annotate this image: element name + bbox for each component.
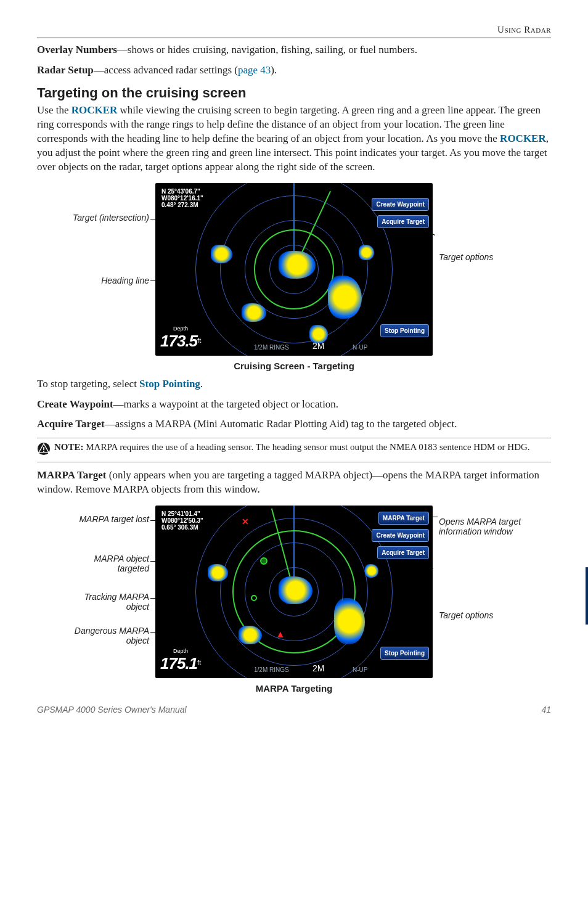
overlay-numbers-desc: Overlay Numbers—shows or hides cruising,… <box>37 43 551 57</box>
stop-pointing-button[interactable]: Stop Pointing <box>380 324 429 337</box>
radar-setup-text-a: —access advanced radar settings ( <box>94 64 238 76</box>
radar-echo <box>334 598 365 644</box>
page-number: 41 <box>541 705 551 715</box>
coords-readout: N 25°43'06.7" W080°12'16.1" 0.48° 272.3M <box>159 187 206 210</box>
warning-icon <box>37 442 54 458</box>
page-header: Using Radar <box>37 25 551 35</box>
acquire-target-button[interactable]: Acquire Target <box>377 546 429 559</box>
marpa-lost-marker: ✕ <box>242 517 249 527</box>
marpa-target-button[interactable]: MARPA Target <box>378 512 429 525</box>
depth-readout: Depth 175.1ft <box>160 648 201 673</box>
radar-setup-label: Radar Setup <box>37 64 94 76</box>
rings-label: 1/2M RINGS <box>254 344 289 351</box>
header-rule <box>37 38 551 38</box>
ann-marpa-targeted: MARPA object targeted <box>66 554 149 573</box>
radar-echo <box>328 276 362 319</box>
footer-title: GPSMAP 4000 Series Owner's Manual <box>37 705 187 715</box>
marpa-target-desc: MARPA Target (only appears when you are … <box>37 469 551 497</box>
radar-echo <box>208 564 228 581</box>
range-label: 2M <box>312 341 324 351</box>
ann-marpa-lost: MARPA target lost <box>66 514 149 524</box>
stop-targeting: To stop targeting, select Stop Pointing. <box>37 377 551 391</box>
ann-target-options2: Target options <box>439 610 525 620</box>
svg-rect-2 <box>43 451 44 452</box>
acquire-target-label: Acquire Target <box>37 418 105 430</box>
ann-target-intersection: Target (intersection) <box>66 213 149 223</box>
acquire-target-button[interactable]: Acquire Target <box>377 215 429 228</box>
cruising-radar-screen: N 25°43'06.7" W080°12'16.1" 0.48° 272.3M… <box>155 183 433 356</box>
create-waypoint-label: Create Waypoint <box>37 398 113 410</box>
page-link[interactable]: page 43 <box>238 64 271 76</box>
ann-marpa-dangerous: Dangerous MARPA object <box>66 626 149 645</box>
stop-pointing-button[interactable]: Stop Pointing <box>380 647 429 660</box>
create-waypoint-button[interactable]: Create Waypoint <box>372 198 429 211</box>
radar-echo <box>359 245 374 260</box>
note-label: NOTE: <box>54 442 84 452</box>
coords-readout: N 25°41'01.4" W080°12'50.3" 0.65° 306.3M <box>159 509 206 532</box>
ann-marpa-tracking: Tracking MARPA object <box>66 592 149 612</box>
radar-echo <box>211 245 232 263</box>
create-waypoint-button[interactable]: Create Waypoint <box>372 529 429 542</box>
range-label: 2M <box>312 663 324 673</box>
overlay-numbers-label: Overlay Numbers <box>37 44 117 55</box>
svg-rect-1 <box>43 448 44 451</box>
acquire-target-desc: Acquire Target—assigns a MARPA (Mini Aut… <box>37 417 551 432</box>
rings-label: 1/2M RINGS <box>254 666 289 673</box>
marpa-dangerous-marker: ▲ <box>276 629 285 640</box>
radar-echo <box>279 576 312 604</box>
marpa-radar-screen: ✕ ▲ N 25°41'01.4" W080°12'50.3" 0.65° 30… <box>155 506 433 678</box>
radar-setup-desc: Radar Setup—access advanced radar settin… <box>37 63 551 78</box>
nup-label: N-UP <box>353 666 367 673</box>
radar-echo <box>242 303 266 322</box>
fig1-caption: Cruising Screen - Targeting <box>37 361 551 371</box>
marpa-target-label: MARPA Target <box>37 469 107 481</box>
rocker-key-2: ROCKER <box>500 133 546 144</box>
stop-pointing-ref: Stop Pointing <box>139 378 200 390</box>
radar-echo <box>365 564 378 578</box>
page-footer: GPSMAP 4000 Series Owner's Manual 41 <box>37 705 551 715</box>
depth-readout: Depth 173.5ft <box>160 326 201 351</box>
radar-echo <box>239 626 262 644</box>
create-waypoint-desc: Create Waypoint—marks a waypoint at the … <box>37 398 551 412</box>
radar-echo <box>279 251 316 279</box>
fig2-caption: MARPA Targeting <box>37 683 551 694</box>
targeting-paragraph: Use the ROCKER while viewing the cruisin… <box>37 104 551 174</box>
radar-setup-text-b: ). <box>271 64 277 76</box>
nup-label: N-UP <box>353 344 367 351</box>
overlay-numbers-text: —shows or hides cruising, navigation, fi… <box>117 44 417 55</box>
targeting-heading: Targeting on the cruising screen <box>37 85 551 101</box>
ann-heading-line: Heading line <box>66 276 149 285</box>
section-tab: UsingRadar <box>586 567 588 624</box>
ann-target-options: Target options <box>439 252 519 262</box>
rocker-key-1: ROCKER <box>71 104 118 116</box>
note-block: NOTE: MARPA requires the use of a headin… <box>37 438 551 462</box>
ann-opens-marpa: Opens MARPA target information window <box>439 517 525 536</box>
